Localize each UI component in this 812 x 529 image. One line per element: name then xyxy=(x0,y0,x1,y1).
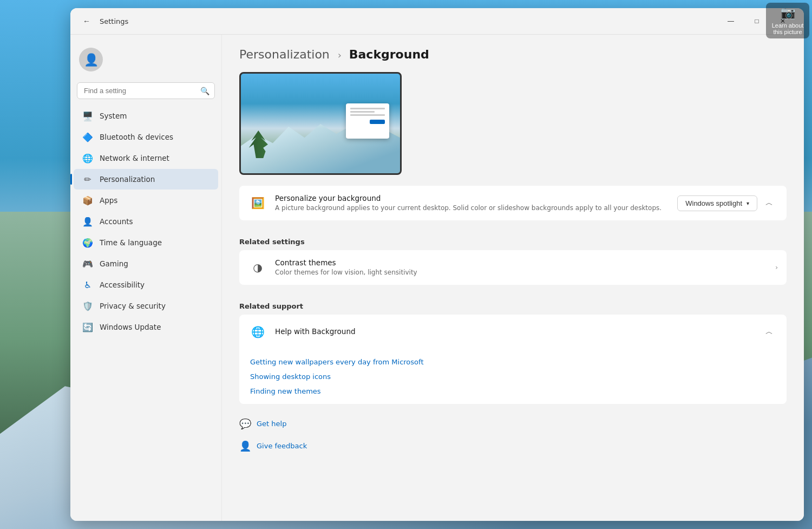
nav-label-system: System xyxy=(100,112,127,120)
dropdown-value: Windows spotlight xyxy=(685,199,742,207)
sidebar: 👤 🔍 🖥️ System 🔷 Bluetooth & devices 🌐 Ne… xyxy=(70,35,222,521)
personalize-bg-icon: 🖼️ xyxy=(248,193,267,213)
learn-about-label: Learn about this picture xyxy=(770,22,805,35)
breadcrumb: Personalization › Background xyxy=(239,48,787,61)
nav-icon-personalization: ✏️ xyxy=(82,174,93,185)
personalize-bg-desc: A picture background applies to your cur… xyxy=(275,204,670,213)
sidebar-item-privacy[interactable]: 🛡️ Privacy & security xyxy=(74,296,218,316)
title-bar-left: ← Settings xyxy=(79,14,718,29)
main-content: 👤 🔍 🖥️ System 🔷 Bluetooth & devices 🌐 Ne… xyxy=(70,35,804,521)
nav-icon-privacy: 🛡️ xyxy=(82,301,93,311)
contrast-text: Contrast themes Color themes for low vis… xyxy=(275,258,768,277)
right-panel: Personalization › Background xyxy=(222,35,804,521)
nav-label-bluetooth: Bluetooth & devices xyxy=(100,133,173,141)
nav-icon-system: 🖥️ xyxy=(82,110,93,121)
sidebar-item-system[interactable]: 🖥️ System xyxy=(74,106,218,126)
personalize-bg-expand[interactable]: ︿ xyxy=(761,194,778,212)
sidebar-item-apps[interactable]: 📦 Apps xyxy=(74,190,218,211)
nav-label-update: Windows Update xyxy=(100,323,161,331)
avatar: 👤 xyxy=(79,48,103,71)
nav-icon-update: 🔄 xyxy=(82,322,93,332)
learn-about-button[interactable]: 📷 Learn about this picture xyxy=(766,3,809,38)
help-expand-btn[interactable]: ︿ xyxy=(761,323,778,341)
contrast-icon: ◑ xyxy=(248,258,267,277)
personalize-bg-title: Personalize your background xyxy=(275,194,670,203)
search-box: 🔍 xyxy=(77,82,215,99)
nav-icon-time: 🌍 xyxy=(82,237,93,248)
related-support-header: Related support xyxy=(239,293,787,315)
preview-dialog-button xyxy=(370,120,385,124)
sidebar-item-network[interactable]: 🌐 Network & internet xyxy=(74,148,218,168)
help-link-1[interactable]: Showing desktop icons xyxy=(239,369,787,384)
get-help-icon: 💬 xyxy=(239,418,251,429)
nav-label-time: Time & language xyxy=(100,238,162,247)
help-links-container: Getting new wallpapers every day from Mi… xyxy=(239,349,787,404)
help-link-2[interactable]: Finding new themes xyxy=(239,384,787,399)
nav-label-accessibility: Accessibility xyxy=(100,280,145,289)
help-icon: 🌐 xyxy=(248,322,267,342)
personalize-bg-text: Personalize your background A picture ba… xyxy=(275,194,670,213)
user-avatar-section: 👤 xyxy=(70,43,221,80)
nav-label-gaming: Gaming xyxy=(100,259,128,268)
chevron-up-icon: ︿ xyxy=(765,198,773,208)
help-link-0[interactable]: Getting new wallpapers every day from Mi… xyxy=(239,355,787,369)
contrast-title: Contrast themes xyxy=(275,258,768,267)
sidebar-nav: 🖥️ System 🔷 Bluetooth & devices 🌐 Networ… xyxy=(70,106,221,337)
nav-icon-gaming: 🎮 xyxy=(82,258,93,269)
title-bar: ← Settings — □ ✕ xyxy=(70,8,804,35)
settings-window: ← Settings — □ ✕ 👤 🔍 🖥️ System xyxy=(70,8,804,521)
help-chevron-up-icon: ︿ xyxy=(765,327,773,337)
breadcrumb-separator: › xyxy=(338,49,345,61)
contrast-chevron-icon: › xyxy=(775,264,778,271)
related-settings-header: Related settings xyxy=(239,229,787,250)
related-support-card: 🌐 Help with Background ︿ Getting new wal… xyxy=(239,315,787,404)
preview-dialog-line-1 xyxy=(350,108,385,109)
back-button[interactable]: ← xyxy=(79,14,94,29)
breadcrumb-parent: Personalization xyxy=(239,48,330,61)
contrast-themes-row[interactable]: ◑ Contrast themes Color themes for low v… xyxy=(239,250,787,285)
related-settings-card: ◑ Contrast themes Color themes for low v… xyxy=(239,250,787,285)
nav-icon-apps: 📦 xyxy=(82,195,93,206)
background-dropdown[interactable]: Windows spotlight ▾ xyxy=(677,195,757,211)
nav-icon-accessibility: ♿ xyxy=(82,279,93,290)
nav-icon-accounts: 👤 xyxy=(82,216,93,227)
nav-label-accounts: Accounts xyxy=(100,217,133,226)
get-help-row[interactable]: 💬 Get help xyxy=(239,413,787,435)
personalize-bg-control: Windows spotlight ▾ ︿ xyxy=(677,194,778,212)
image-icon: 🖼️ xyxy=(251,197,265,210)
give-feedback-icon: 👤 xyxy=(239,440,251,452)
bottom-links-section: 💬 Get help 👤 Give feedback xyxy=(239,413,787,457)
personalize-bg-card: 🖼️ Personalize your background A picture… xyxy=(239,186,787,220)
preview-dialog xyxy=(346,103,389,139)
sidebar-item-update[interactable]: 🔄 Windows Update xyxy=(74,317,218,337)
search-input[interactable] xyxy=(77,82,215,99)
desktop-preview xyxy=(239,72,402,175)
minimize-button[interactable]: — xyxy=(718,12,743,30)
search-icon: 🔍 xyxy=(200,87,209,95)
breadcrumb-current: Background xyxy=(349,48,429,61)
nav-label-network: Network & internet xyxy=(100,154,169,162)
help-title: Help with Background xyxy=(275,327,753,336)
help-text: Help with Background xyxy=(275,327,753,337)
nav-icon-bluetooth: 🔷 xyxy=(82,132,93,142)
give-feedback-row[interactable]: 👤 Give feedback xyxy=(239,435,787,457)
nav-label-personalization: Personalization xyxy=(100,175,155,184)
sidebar-item-gaming[interactable]: 🎮 Gaming xyxy=(74,253,218,274)
avatar-icon: 👤 xyxy=(84,53,99,67)
preview-dialog-line-2 xyxy=(350,111,375,113)
sidebar-item-personalization[interactable]: ✏️ Personalization xyxy=(74,169,218,190)
help-row: 🌐 Help with Background ︿ xyxy=(239,315,787,349)
give-feedback-label: Give feedback xyxy=(257,442,307,450)
nav-icon-network: 🌐 xyxy=(82,153,93,164)
camera-icon: 📷 xyxy=(781,6,795,20)
sidebar-item-bluetooth[interactable]: 🔷 Bluetooth & devices xyxy=(74,127,218,147)
nav-label-privacy: Privacy & security xyxy=(100,302,166,310)
sidebar-item-accounts[interactable]: 👤 Accounts xyxy=(74,211,218,232)
nav-label-apps: Apps xyxy=(100,196,117,205)
preview-dialog-line-3 xyxy=(350,114,385,116)
sidebar-item-time[interactable]: 🌍 Time & language xyxy=(74,232,218,253)
get-help-label: Get help xyxy=(257,420,286,428)
personalize-bg-row: 🖼️ Personalize your background A picture… xyxy=(239,186,787,220)
window-title: Settings xyxy=(100,17,128,25)
sidebar-item-accessibility[interactable]: ♿ Accessibility xyxy=(74,275,218,295)
